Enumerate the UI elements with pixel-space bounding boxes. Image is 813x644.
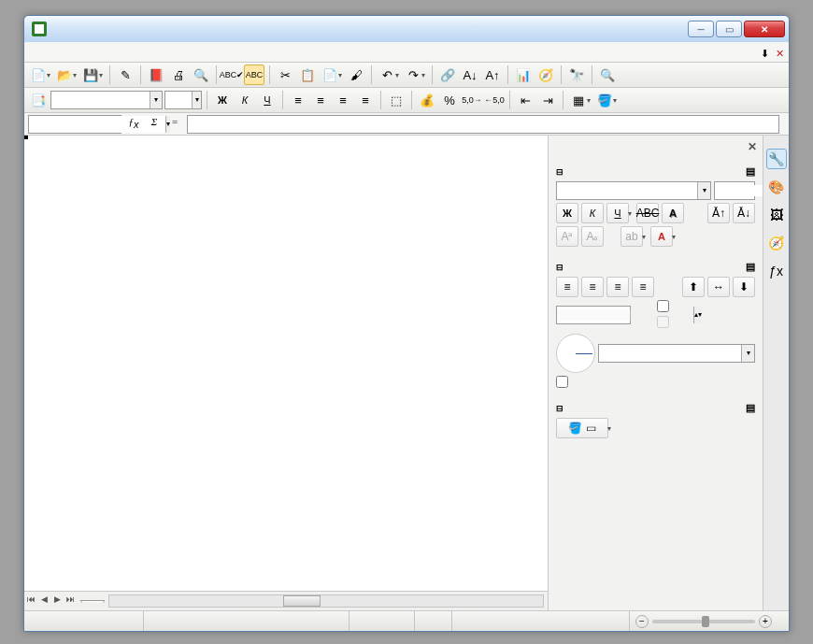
sb-valign-mid[interactable]: ↔ xyxy=(707,277,730,297)
close-button[interactable]: ✕ xyxy=(744,21,785,37)
align-justify-button[interactable]: ≡ xyxy=(355,90,376,110)
sb-align-justify[interactable]: ≡ xyxy=(632,277,654,297)
menu-window[interactable] xyxy=(121,50,133,54)
sb-shadow-button[interactable]: A xyxy=(662,203,684,223)
styles-button[interactable]: 📑 xyxy=(28,90,49,110)
menu-data[interactable] xyxy=(108,50,120,54)
new-doc-button[interactable]: 📄 xyxy=(28,64,49,85)
sb-italic-button[interactable]: К xyxy=(581,203,604,223)
italic-button[interactable]: К xyxy=(235,90,255,110)
zoom-in-button[interactable]: + xyxy=(759,615,772,628)
remove-decimal-button[interactable]: ←5,0 xyxy=(484,90,505,110)
sidebar-size-combo[interactable]: ▾ xyxy=(714,181,755,200)
sb-strike-button[interactable]: ABC xyxy=(636,203,659,223)
menu-format[interactable] xyxy=(82,50,93,54)
redo-button[interactable]: ↷ xyxy=(403,64,423,85)
dock-styles-icon[interactable]: 🎨 xyxy=(766,177,787,197)
binoculars-icon[interactable]: 🔭 xyxy=(566,64,587,85)
tab-next-button[interactable]: ▶ xyxy=(50,594,64,608)
open-button[interactable]: 📂 xyxy=(54,64,75,85)
equals-button[interactable]: = xyxy=(166,116,183,133)
sb-highlight-button[interactable]: ab xyxy=(620,226,643,247)
download-icon[interactable]: ⬇ xyxy=(755,46,768,59)
export-pdf-button[interactable]: 📕 xyxy=(146,64,166,85)
sb-align-right[interactable]: ≡ xyxy=(606,277,629,297)
text-angle-dial[interactable] xyxy=(556,334,595,373)
titlebar[interactable]: ─ ▭ ✕ xyxy=(24,16,789,42)
dock-navigator-icon[interactable]: 🧭 xyxy=(766,233,787,253)
close-doc-icon[interactable]: ✕ xyxy=(770,46,783,59)
cell-bg-button[interactable]: 🪣 ▭ xyxy=(556,418,608,438)
menu-edit[interactable] xyxy=(43,50,54,54)
sum-button[interactable]: Σ xyxy=(146,116,163,133)
sort-asc-button[interactable]: A↓ xyxy=(460,64,480,85)
merge-cells-button[interactable]: ⬚ xyxy=(386,90,406,110)
wrap-checkbox[interactable] xyxy=(657,300,755,312)
menu-insert[interactable] xyxy=(69,50,80,54)
autospell-button[interactable]: ABC xyxy=(244,64,264,85)
dock-gallery-icon[interactable]: 🖼 xyxy=(766,205,787,225)
degrees-combo[interactable]: ▾ xyxy=(598,344,755,363)
more-options-icon[interactable]: ▤ xyxy=(746,402,755,414)
align-center-button[interactable]: ≡ xyxy=(310,90,331,110)
chevron-down-icon[interactable]: ▾ xyxy=(150,92,162,108)
format-paint-button[interactable]: 🖌 xyxy=(346,64,366,85)
sb-shrink-font-button[interactable]: Ǎ↓ xyxy=(733,203,755,223)
sort-desc-button[interactable]: A↑ xyxy=(482,64,503,85)
print-preview-button[interactable]: 🔍 xyxy=(191,64,211,85)
sidebar-font-combo[interactable]: ▾ xyxy=(556,181,711,200)
sb-align-left[interactable]: ≡ xyxy=(556,277,578,297)
maximize-button[interactable]: ▭ xyxy=(716,21,742,37)
font-name-input[interactable] xyxy=(51,94,150,106)
menu-file[interactable] xyxy=(30,50,41,54)
sb-grow-font-button[interactable]: Ǎ↑ xyxy=(707,203,730,223)
stacked-checkbox[interactable] xyxy=(556,376,755,388)
underline-button[interactable]: Ч xyxy=(257,90,278,110)
cut-button[interactable]: ✂ xyxy=(275,64,295,85)
align-left-button[interactable]: ≡ xyxy=(288,90,308,110)
sb-font-color-button[interactable]: A xyxy=(650,226,673,247)
chart-button[interactable]: 📊 xyxy=(513,64,534,85)
formula-input[interactable] xyxy=(187,115,779,134)
zoom-slider[interactable] xyxy=(652,620,755,623)
sb-underline-button[interactable]: Ч xyxy=(606,203,629,223)
minimize-button[interactable]: ─ xyxy=(688,21,714,37)
zoom-out-button[interactable]: − xyxy=(635,615,649,628)
paste-button[interactable]: 📄 xyxy=(320,64,340,85)
sb-sub-button[interactable]: Aₐ xyxy=(581,226,604,247)
spellcheck-button[interactable]: ABC✔ xyxy=(221,64,242,85)
chevron-down-icon[interactable]: ▾ xyxy=(192,92,201,108)
menu-tools[interactable] xyxy=(95,50,107,54)
increase-indent-button[interactable]: ⇥ xyxy=(537,90,558,110)
decrease-indent-button[interactable]: ⇤ xyxy=(515,90,535,110)
menu-view[interactable] xyxy=(56,50,67,54)
sb-align-center[interactable]: ≡ xyxy=(581,277,604,297)
sheet-tab-active[interactable] xyxy=(80,600,105,603)
edit-mode-button[interactable]: ✎ xyxy=(115,64,136,85)
tab-prev-button[interactable]: ◀ xyxy=(37,594,50,608)
menu-help[interactable] xyxy=(135,50,146,54)
name-box[interactable]: ▾ xyxy=(28,115,121,134)
horizontal-scrollbar[interactable] xyxy=(108,594,544,608)
undo-button[interactable]: ↶ xyxy=(377,64,397,85)
copy-button[interactable]: 📋 xyxy=(297,64,318,85)
tab-first-button[interactable]: ⏮ xyxy=(24,594,37,608)
font-size-combo[interactable]: ▾ xyxy=(164,91,202,109)
dock-functions-icon[interactable]: ƒx xyxy=(766,261,787,281)
status-sum[interactable] xyxy=(452,611,630,631)
bold-button[interactable]: Ж xyxy=(212,90,233,110)
font-name-combo[interactable]: ▾ xyxy=(50,91,163,109)
sb-bold-button[interactable]: Ж xyxy=(556,203,578,223)
more-options-icon[interactable]: ▤ xyxy=(746,261,755,273)
add-decimal-button[interactable]: 5,0→ xyxy=(462,90,482,110)
percent-button[interactable]: % xyxy=(439,90,460,110)
navigator-button[interactable]: 🧭 xyxy=(535,64,556,85)
status-mode[interactable] xyxy=(349,611,415,631)
print-button[interactable]: 🖨 xyxy=(168,64,189,85)
sidebar-close-button[interactable]: ✕ xyxy=(748,140,757,153)
sb-valign-top[interactable]: ⬆ xyxy=(682,277,705,297)
tab-last-button[interactable]: ⏭ xyxy=(64,594,77,608)
dock-properties-icon[interactable]: 🔧 xyxy=(766,149,787,169)
sb-super-button[interactable]: Aᵃ xyxy=(556,226,578,247)
function-wizard-button[interactable]: ƒx xyxy=(125,116,142,133)
